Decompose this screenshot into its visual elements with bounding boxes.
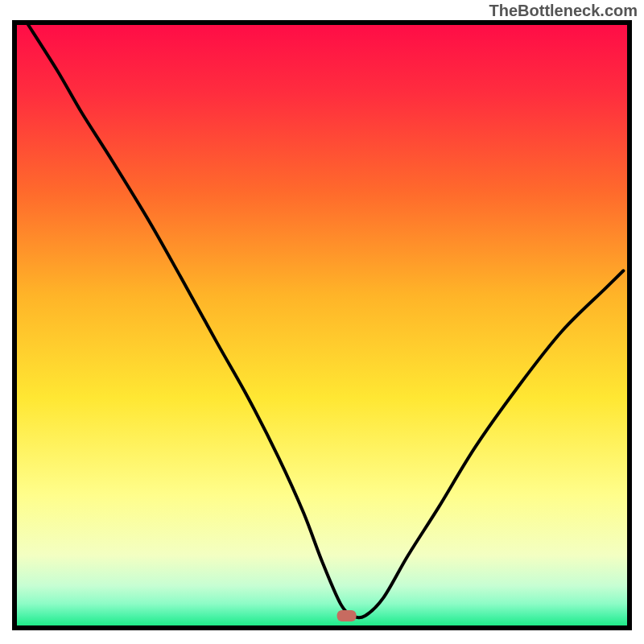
optimal-point-marker — [337, 610, 357, 621]
watermark-label: TheBottleneck.com — [489, 2, 638, 20]
plot-background — [14, 23, 630, 628]
chart-container: TheBottleneck.com — [0, 0, 644, 644]
bottleneck-chart — [0, 0, 644, 644]
